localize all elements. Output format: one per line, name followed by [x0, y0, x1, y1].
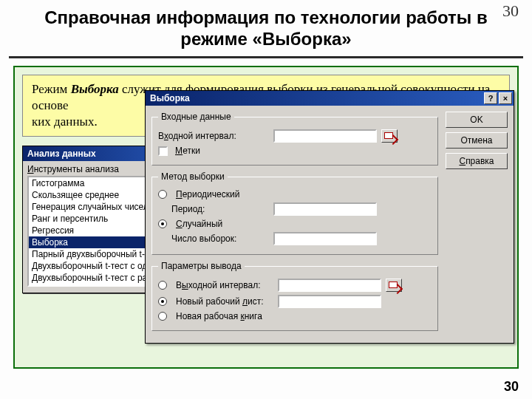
- dialog-titlebar[interactable]: Выборка ? ×: [146, 91, 514, 106]
- radio-periodic[interactable]: [158, 190, 167, 199]
- label-input-range: Входной интервал:: [158, 131, 269, 141]
- label-period: Период:: [171, 204, 269, 214]
- close-icon[interactable]: ×: [499, 92, 512, 104]
- labels-checkbox[interactable]: [158, 146, 168, 156]
- group-method-legend: Метод выборки: [158, 171, 228, 182]
- help-button[interactable]: Справка: [446, 153, 508, 169]
- range-picker-icon[interactable]: [386, 279, 402, 292]
- page-number-bottom: 30: [504, 379, 519, 395]
- new-sheet-field[interactable]: [278, 295, 381, 308]
- radio-new-book[interactable]: [158, 312, 167, 321]
- title-divider: [9, 56, 523, 58]
- label-random: Случайный: [176, 219, 222, 229]
- help-icon[interactable]: ?: [484, 92, 497, 104]
- range-picker-icon[interactable]: [381, 129, 398, 143]
- slide-title: Справочная информация по технологии рабо…: [0, 0, 532, 55]
- radio-random[interactable]: [158, 219, 167, 228]
- label-num-samples: Число выборок:: [171, 233, 269, 244]
- dialog-title: Выборка: [150, 93, 190, 103]
- page-number-top: 30: [502, 1, 519, 21]
- group-output: Параметры вывода Выходной интервал: Новы…: [151, 261, 438, 331]
- input-range-field[interactable]: [273, 129, 377, 143]
- label-new-sheet: Новый рабочий лист:: [176, 296, 273, 307]
- ok-button[interactable]: OK: [446, 112, 508, 128]
- period-field[interactable]: [273, 202, 377, 216]
- group-input-legend: Входные данные: [158, 112, 234, 122]
- label-periodic: Периодический: [176, 189, 239, 200]
- sampling-dialog: Выборка ? × Входные данные Входной интер…: [145, 90, 514, 344]
- num-samples-field[interactable]: [273, 232, 377, 245]
- radio-new-sheet[interactable]: [158, 297, 167, 306]
- group-output-legend: Параметры вывода: [158, 261, 245, 271]
- label-output-range: Выходной интервал:: [176, 280, 273, 290]
- output-range-field[interactable]: [278, 279, 381, 292]
- cancel-button[interactable]: Отмена: [446, 132, 508, 149]
- group-input-data: Входные данные Входной интервал: Метки: [151, 112, 438, 166]
- radio-output-range[interactable]: [158, 281, 167, 290]
- label-new-book: Новая рабочая книга: [176, 311, 262, 321]
- label-labels: Метки: [175, 146, 200, 156]
- group-method: Метод выборки Периодический Период: Случ…: [151, 171, 438, 255]
